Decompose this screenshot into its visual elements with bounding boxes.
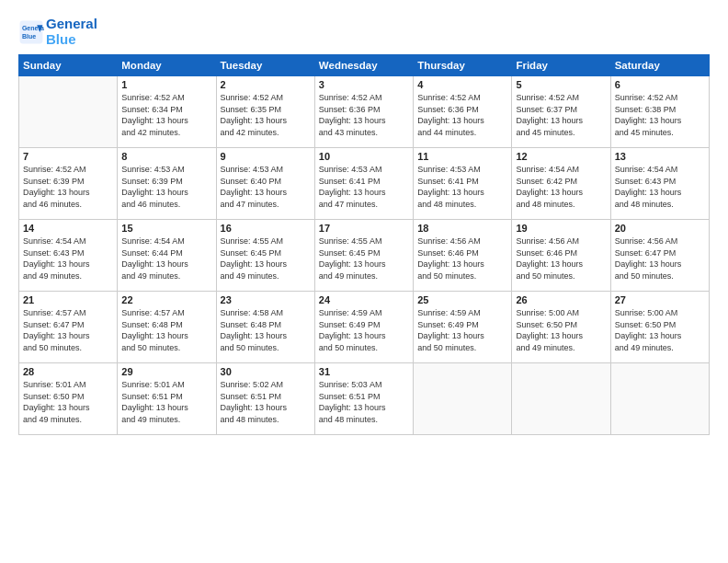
calendar-table: SundayMondayTuesdayWednesdayThursdayFrid…	[18, 54, 710, 435]
cell-text: Sunrise: 4:52 AM Sunset: 6:36 PM Dayligh…	[417, 92, 507, 138]
day-number: 1	[121, 79, 211, 90]
weekday-header: Monday	[118, 55, 216, 76]
calendar-cell: 16Sunrise: 4:55 AM Sunset: 6:45 PM Dayli…	[216, 220, 314, 292]
day-number: 29	[121, 366, 211, 377]
cell-text: Sunrise: 4:56 AM Sunset: 6:47 PM Dayligh…	[615, 236, 705, 282]
day-number: 4	[417, 79, 507, 90]
cell-text: Sunrise: 4:53 AM Sunset: 6:41 PM Dayligh…	[417, 164, 507, 210]
day-number: 20	[615, 223, 705, 234]
weekday-header: Thursday	[414, 55, 512, 76]
cell-text: Sunrise: 5:03 AM Sunset: 6:51 PM Dayligh…	[319, 379, 409, 425]
cell-text: Sunrise: 4:55 AM Sunset: 6:45 PM Dayligh…	[221, 236, 311, 282]
cell-text: Sunrise: 4:56 AM Sunset: 6:46 PM Dayligh…	[516, 236, 606, 282]
weekday-header: Tuesday	[216, 55, 314, 76]
cell-text: Sunrise: 5:00 AM Sunset: 6:50 PM Dayligh…	[615, 307, 705, 353]
header: General Blue GeneralBlue	[18, 17, 710, 47]
day-number: 30	[221, 366, 311, 377]
calendar-cell: 8Sunrise: 4:53 AM Sunset: 6:39 PM Daylig…	[118, 148, 216, 220]
day-number: 18	[417, 223, 507, 234]
calendar-week: 21Sunrise: 4:57 AM Sunset: 6:47 PM Dayli…	[19, 292, 710, 363]
cell-text: Sunrise: 4:53 AM Sunset: 6:40 PM Dayligh…	[221, 164, 311, 210]
svg-text:Blue: Blue	[22, 33, 36, 40]
cell-text: Sunrise: 4:54 AM Sunset: 6:43 PM Dayligh…	[615, 164, 705, 210]
calendar-cell: 9Sunrise: 4:53 AM Sunset: 6:40 PM Daylig…	[216, 148, 314, 220]
cell-text: Sunrise: 4:54 AM Sunset: 6:43 PM Dayligh…	[23, 236, 113, 282]
cell-text: Sunrise: 5:00 AM Sunset: 6:50 PM Dayligh…	[516, 307, 606, 353]
calendar-cell: 31Sunrise: 5:03 AM Sunset: 6:51 PM Dayli…	[314, 363, 413, 435]
calendar-cell: 27Sunrise: 5:00 AM Sunset: 6:50 PM Dayli…	[610, 292, 709, 363]
cell-text: Sunrise: 4:54 AM Sunset: 6:44 PM Dayligh…	[121, 236, 211, 282]
day-number: 15	[121, 223, 211, 234]
weekday-header: Wednesday	[314, 55, 413, 76]
day-number: 5	[516, 79, 606, 90]
day-number: 16	[221, 223, 311, 234]
cell-text: Sunrise: 4:52 AM Sunset: 6:39 PM Dayligh…	[23, 164, 113, 210]
day-number: 2	[221, 79, 311, 90]
day-number: 11	[417, 151, 507, 162]
calendar-cell: 26Sunrise: 5:00 AM Sunset: 6:50 PM Dayli…	[512, 292, 610, 363]
calendar-cell: 11Sunrise: 4:53 AM Sunset: 6:41 PM Dayli…	[414, 148, 512, 220]
calendar-cell: 23Sunrise: 4:58 AM Sunset: 6:48 PM Dayli…	[216, 292, 314, 363]
logo: General Blue GeneralBlue	[18, 17, 97, 47]
day-number: 26	[516, 294, 606, 305]
cell-text: Sunrise: 4:57 AM Sunset: 6:48 PM Dayligh…	[121, 307, 211, 353]
calendar-cell: 2Sunrise: 4:52 AM Sunset: 6:35 PM Daylig…	[216, 76, 314, 148]
cell-text: Sunrise: 4:56 AM Sunset: 6:46 PM Dayligh…	[417, 236, 507, 282]
calendar-cell: 25Sunrise: 4:59 AM Sunset: 6:49 PM Dayli…	[414, 292, 512, 363]
calendar-cell: 10Sunrise: 4:53 AM Sunset: 6:41 PM Dayli…	[314, 148, 413, 220]
cell-text: Sunrise: 4:55 AM Sunset: 6:45 PM Dayligh…	[319, 236, 409, 282]
cell-text: Sunrise: 5:01 AM Sunset: 6:51 PM Dayligh…	[121, 379, 211, 425]
calendar-cell: 17Sunrise: 4:55 AM Sunset: 6:45 PM Dayli…	[314, 220, 413, 292]
cell-text: Sunrise: 4:52 AM Sunset: 6:35 PM Dayligh…	[221, 92, 311, 138]
day-number: 3	[319, 79, 409, 90]
calendar-cell: 13Sunrise: 4:54 AM Sunset: 6:43 PM Dayli…	[610, 148, 709, 220]
calendar-cell: 15Sunrise: 4:54 AM Sunset: 6:44 PM Dayli…	[118, 220, 216, 292]
calendar-cell: 12Sunrise: 4:54 AM Sunset: 6:42 PM Dayli…	[512, 148, 610, 220]
cell-text: Sunrise: 4:52 AM Sunset: 6:34 PM Dayligh…	[121, 92, 211, 138]
weekday-header: Friday	[512, 55, 610, 76]
day-number: 14	[23, 223, 113, 234]
calendar-cell	[610, 363, 709, 435]
weekday-header: Saturday	[610, 55, 709, 76]
svg-rect-0	[20, 20, 43, 43]
calendar-week: 14Sunrise: 4:54 AM Sunset: 6:43 PM Dayli…	[19, 220, 710, 292]
day-number: 25	[417, 294, 507, 305]
cell-text: Sunrise: 4:53 AM Sunset: 6:41 PM Dayligh…	[319, 164, 409, 210]
calendar-cell: 24Sunrise: 4:59 AM Sunset: 6:49 PM Dayli…	[314, 292, 413, 363]
cell-text: Sunrise: 5:01 AM Sunset: 6:50 PM Dayligh…	[23, 379, 113, 425]
cell-text: Sunrise: 4:59 AM Sunset: 6:49 PM Dayligh…	[319, 307, 409, 353]
calendar-cell: 20Sunrise: 4:56 AM Sunset: 6:47 PM Dayli…	[610, 220, 709, 292]
calendar-cell	[414, 363, 512, 435]
day-number: 13	[615, 151, 705, 162]
calendar-cell: 1Sunrise: 4:52 AM Sunset: 6:34 PM Daylig…	[118, 76, 216, 148]
logo-text: GeneralBlue	[46, 17, 97, 47]
page: General Blue GeneralBlue SundayMondayTue…	[0, 0, 728, 563]
calendar-cell: 18Sunrise: 4:56 AM Sunset: 6:46 PM Dayli…	[414, 220, 512, 292]
cell-text: Sunrise: 4:58 AM Sunset: 6:48 PM Dayligh…	[221, 307, 311, 353]
cell-text: Sunrise: 4:52 AM Sunset: 6:38 PM Dayligh…	[615, 92, 705, 138]
day-number: 10	[319, 151, 409, 162]
day-number: 21	[23, 294, 113, 305]
day-number: 17	[319, 223, 409, 234]
weekday-header: Sunday	[19, 55, 118, 76]
day-number: 22	[121, 294, 211, 305]
calendar-cell: 21Sunrise: 4:57 AM Sunset: 6:47 PM Dayli…	[19, 292, 118, 363]
calendar-cell	[19, 76, 118, 148]
calendar-cell: 6Sunrise: 4:52 AM Sunset: 6:38 PM Daylig…	[610, 76, 709, 148]
day-number: 27	[615, 294, 705, 305]
cell-text: Sunrise: 4:53 AM Sunset: 6:39 PM Dayligh…	[121, 164, 211, 210]
calendar-cell: 7Sunrise: 4:52 AM Sunset: 6:39 PM Daylig…	[19, 148, 118, 220]
calendar-cell: 22Sunrise: 4:57 AM Sunset: 6:48 PM Dayli…	[118, 292, 216, 363]
day-number: 28	[23, 366, 113, 377]
day-number: 9	[221, 151, 311, 162]
day-number: 31	[319, 366, 409, 377]
day-number: 23	[221, 294, 311, 305]
cell-text: Sunrise: 4:59 AM Sunset: 6:49 PM Dayligh…	[417, 307, 507, 353]
calendar-cell: 19Sunrise: 4:56 AM Sunset: 6:46 PM Dayli…	[512, 220, 610, 292]
day-number: 6	[615, 79, 705, 90]
calendar-week: 1Sunrise: 4:52 AM Sunset: 6:34 PM Daylig…	[19, 76, 710, 148]
logo-icon: General Blue	[18, 19, 44, 45]
cell-text: Sunrise: 4:57 AM Sunset: 6:47 PM Dayligh…	[23, 307, 113, 353]
calendar-cell: 14Sunrise: 4:54 AM Sunset: 6:43 PM Dayli…	[19, 220, 118, 292]
cell-text: Sunrise: 4:52 AM Sunset: 6:37 PM Dayligh…	[516, 92, 606, 138]
